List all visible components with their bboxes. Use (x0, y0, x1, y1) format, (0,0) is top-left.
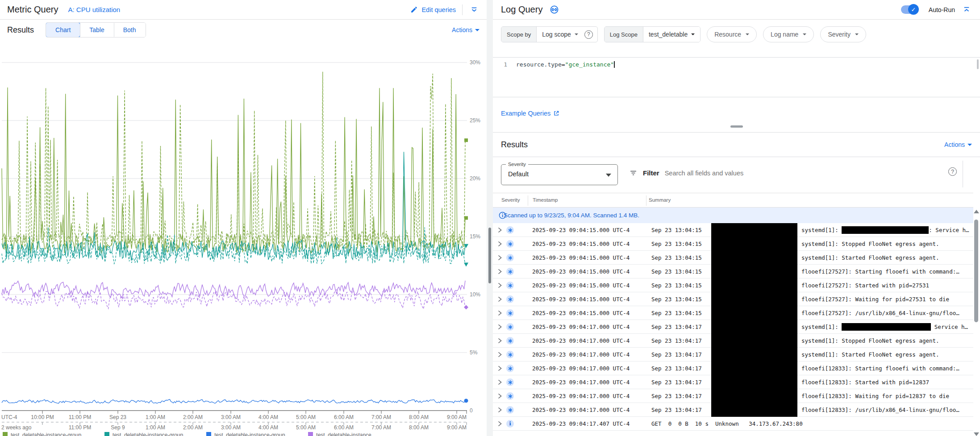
panel-splitter[interactable] (487, 0, 493, 436)
severity-info-icon: i (506, 420, 514, 428)
log-summary-prefix: Sep 23 13:04:17 (651, 407, 702, 413)
caret-down-icon (475, 29, 480, 31)
log-timestamp: 2025-09-23 09:04:15.000 UTC-4 (532, 310, 630, 316)
legend-label: test_deletable-instance-group… (11, 432, 87, 436)
scrollbar-thumb[interactable] (974, 220, 978, 322)
log-summary: flooefi[12833]: Waiting for pid=12837 to… (801, 393, 949, 399)
results-resize-handle[interactable] (730, 125, 743, 128)
expand-chevron-icon[interactable] (497, 421, 502, 427)
caret-down-icon (855, 33, 859, 35)
x-tick-label: 3:00 AM (221, 414, 241, 420)
x-tick-label-comparison: 5:00 AM (296, 424, 316, 431)
log-name-filter-pill[interactable]: Log name (763, 26, 814, 42)
severity-select[interactable]: Severity Default (501, 164, 618, 185)
legend-swatch (308, 432, 313, 436)
resource-pill-label: Resource (714, 31, 741, 38)
log-summary: flooefi[12833]: /usr/lib/x86_64-linux-gn… (801, 407, 959, 413)
expand-chevron-icon[interactable] (497, 227, 502, 233)
log-timestamp: 2025-09-23 09:04:15.000 UTC-4 (532, 268, 630, 275)
legend-item[interactable]: test_deletable-instance… (308, 432, 376, 436)
log-summary: systemd[1]: Stopped FlooNet egress agent… (801, 241, 939, 247)
splitter-drag-handle[interactable] (488, 228, 491, 283)
editor-code-line[interactable]: resource.type="gce_instance" (516, 61, 615, 68)
log-search-input[interactable] (665, 170, 933, 177)
expand-chevron-icon[interactable] (497, 269, 502, 274)
x-tick-label-comparison: 2:00 AM (183, 424, 203, 431)
code-field-token: resource.type (516, 61, 562, 68)
log-query-editor[interactable]: 1 resource.type="gce_instance" (493, 57, 980, 97)
metric-results-title: Results (7, 25, 34, 35)
header-divider (462, 4, 463, 15)
scope-by-label: Scope by (501, 27, 537, 42)
tab-table[interactable]: Table (80, 23, 113, 37)
collapse-up-icon[interactable] (961, 4, 972, 15)
query-a-chip[interactable]: A: CPU utilization (68, 6, 120, 13)
severity-default-icon (506, 323, 514, 331)
expand-chevron-icon[interactable] (497, 282, 502, 288)
caret-down-icon (967, 144, 972, 146)
metric-actions-button[interactable]: Actions (452, 26, 480, 33)
expand-chevron-icon[interactable] (497, 365, 502, 371)
collapse-panel-icon[interactable] (469, 4, 480, 15)
expand-chevron-icon[interactable] (497, 338, 502, 344)
scroll-up-arrow-icon[interactable] (974, 210, 979, 213)
log-summary: flooefi[12833]: Starting flooefi with co… (801, 365, 959, 372)
column-divider (528, 195, 528, 206)
log-timestamp: 2025-09-23 09:04:17.000 UTC-4 (532, 337, 630, 344)
expand-chevron-icon[interactable] (497, 352, 502, 357)
severity-default-icon (506, 392, 514, 400)
log-summary: flooefi[12833]: Started with pid=12837 (801, 379, 929, 386)
legend-swatch (3, 432, 8, 436)
column-timestamp[interactable]: Timestamp (533, 197, 558, 203)
legend-item[interactable]: test_deletable-instance-group… (104, 432, 188, 436)
column-severity[interactable]: Severity (501, 197, 520, 203)
redacted-column (711, 223, 797, 417)
resource-filter-pill[interactable]: Resource (707, 26, 757, 42)
x-tick-label: 6:00 AM (334, 414, 354, 420)
edit-queries-button[interactable]: Edit queries (410, 6, 456, 13)
caret-down-icon (746, 33, 749, 35)
column-summary[interactable]: Summary (649, 197, 671, 203)
expand-chevron-icon[interactable] (497, 393, 502, 399)
severity-default-icon (506, 337, 514, 345)
y-tick-label: 30% (470, 59, 480, 66)
expand-chevron-icon[interactable] (497, 310, 502, 316)
x-tick-label: 1:00 AM (146, 414, 165, 420)
expand-chevron-icon[interactable] (497, 255, 502, 261)
log-summary-prefix: Sep 23 13:04:15 (651, 282, 702, 289)
legend-item[interactable]: test_deletable-instance-group… (206, 432, 290, 436)
log-scope-dropdown[interactable]: test_deletable (643, 27, 700, 42)
scope-by-dropdown[interactable]: Log scope (537, 27, 584, 42)
expand-chevron-icon[interactable] (497, 407, 502, 413)
log-timestamp: 2025-09-23 09:04:17.000 UTC-4 (532, 324, 630, 330)
y-tick-label: 0 (470, 407, 473, 414)
expand-chevron-icon[interactable] (497, 241, 502, 247)
auto-run-toggle[interactable]: ✓ (901, 5, 918, 14)
scroll-down-arrow-icon[interactable] (974, 432, 979, 436)
filter-icon (629, 169, 638, 177)
cpu-utilization-chart[interactable]: UTC-410:00 PM11:00 PMSep 231:00 AM2:00 A… (0, 40, 487, 436)
expand-chevron-icon[interactable] (497, 296, 502, 302)
severity-default-icon (506, 282, 514, 289)
log-scope-label: Log Scope (605, 27, 643, 42)
severity-filter-pill[interactable]: Severity (820, 26, 866, 42)
tab-both[interactable]: Both (114, 23, 146, 37)
scope-help-icon[interactable]: ? (584, 30, 593, 39)
x-tick-label-comparison: 9:00 AM (447, 424, 467, 431)
expand-chevron-icon[interactable] (497, 324, 502, 330)
tab-chart[interactable]: Chart (46, 22, 80, 37)
end-marker-square (464, 216, 468, 220)
log-actions-button[interactable]: Actions (944, 141, 972, 148)
editor-scrollbar[interactable] (977, 59, 979, 69)
code-operator-token: = (562, 61, 565, 68)
log-row[interactable]: i2025-09-23 09:04:17.407 UTC-4GET 0 0 B … (493, 417, 973, 431)
copy-link-icon[interactable] (549, 4, 559, 15)
log-results-scrollbar[interactable] (973, 209, 980, 436)
expand-chevron-icon[interactable] (497, 379, 502, 385)
filter-help-icon[interactable]: ? (948, 167, 957, 176)
log-summary-prefix: Sep 23 13:04:17 (651, 337, 702, 344)
x-tick-label-comparison: 3:00 AM (221, 424, 241, 431)
example-queries-link[interactable]: Example Queries (501, 110, 559, 117)
chart-canvas (0, 40, 487, 436)
legend-item[interactable]: test_deletable-instance-group… (3, 432, 87, 436)
